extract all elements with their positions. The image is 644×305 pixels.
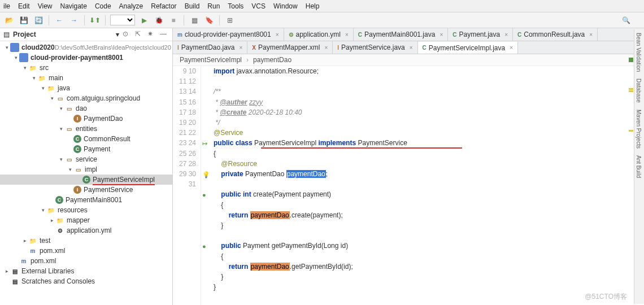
tree-node-mapper[interactable]: ▸📁mapper xyxy=(0,215,172,225)
editor-tab[interactable]: IPaymentService.java× xyxy=(333,41,417,54)
tree-node-Scratches-and-Consoles[interactable]: ▸▤Scratches and Consoles xyxy=(0,276,172,286)
menu-file[interactable]: ile xyxy=(3,2,10,10)
close-icon[interactable]: × xyxy=(345,32,349,38)
editor-tab[interactable]: ⚙application.yml× xyxy=(284,28,354,41)
tree-arrow-icon[interactable]: ▸ xyxy=(21,238,28,243)
tree-node-main[interactable]: ▾📁main xyxy=(0,73,172,83)
code-line[interactable]: }​ xyxy=(214,282,644,292)
code-line[interactable]: ​ xyxy=(214,292,644,302)
code-line[interactable]: {​ xyxy=(214,200,644,210)
refresh-icon[interactable]: 🔄 xyxy=(33,15,44,26)
menu-run[interactable]: Run xyxy=(207,2,220,10)
tree-node-PaymentServiceImpl[interactable]: ▸CPaymentServiceImpl xyxy=(0,175,172,185)
project-tree[interactable]: ▾cloud2020 D:\devSoft\JetBrains\IdeaProj… xyxy=(0,41,172,305)
tree-node-pom-xml[interactable]: ▸mpom.xml xyxy=(0,246,172,256)
run-icon[interactable]: ▶ xyxy=(138,15,150,26)
editor-tab[interactable]: CPaymentServiceImpl.java× xyxy=(418,42,518,54)
tree-arrow-icon[interactable]: ▾ xyxy=(49,95,55,101)
tree-node-com-atguigu-springcloud[interactable]: ▾▭com.atguigu.springcloud xyxy=(0,93,172,103)
override-icon[interactable]: ● xyxy=(202,190,210,198)
tree-node-application-yml[interactable]: ▸⚙application.yml xyxy=(0,225,172,236)
editor-tab[interactable]: CPaymentMain8001.java× xyxy=(354,28,449,41)
code-line[interactable]: @Resource​ xyxy=(214,159,644,169)
editor-tab[interactable]: XPaymentMapper.xml× xyxy=(247,41,333,54)
code-line[interactable]: * @create 2020-02-18 10:40​ xyxy=(214,107,644,117)
tree-node-test[interactable]: ▸📁test xyxy=(0,236,172,246)
intention-bulb-icon[interactable]: 💡 xyxy=(202,169,210,177)
tree-node-cloud2020[interactable]: ▾cloud2020 D:\devSoft\JetBrains\IdeaProj… xyxy=(0,42,172,53)
tree-arrow-icon[interactable]: ▸ xyxy=(3,268,10,274)
breadcrumb[interactable]: PaymentServiceImpl paymentDao xyxy=(173,54,644,66)
code-line[interactable]: */​ xyxy=(214,117,644,128)
code-line[interactable]: * @auther zzyy​ xyxy=(214,97,644,107)
menu-help[interactable]: Help xyxy=(306,2,320,10)
gear-icon[interactable]: ✷ xyxy=(147,30,156,39)
search-everywhere-icon[interactable]: 🔍 xyxy=(622,16,630,24)
tree-node-dao[interactable]: ▾▭dao xyxy=(0,103,172,114)
close-icon[interactable]: × xyxy=(240,45,243,51)
code-line[interactable]: }​ xyxy=(214,220,644,230)
tree-node-PaymentMain8001[interactable]: ▸CPaymentMain8001 xyxy=(0,195,172,205)
run-config-combo[interactable] xyxy=(110,15,135,25)
chevron-down-icon[interactable]: ▾ xyxy=(116,30,119,38)
save-icon[interactable]: 💾 xyxy=(18,15,29,26)
close-icon[interactable]: × xyxy=(410,45,413,51)
editor-tab[interactable]: CCommonResult.java× xyxy=(513,28,598,41)
menu-build[interactable]: Build xyxy=(185,2,200,10)
tree-node-resources[interactable]: ▾📁resources xyxy=(0,205,172,215)
menu-navigate[interactable]: Navigate xyxy=(60,2,87,10)
tree-arrow-icon[interactable]: ▾ xyxy=(40,85,46,91)
tree-arrow-icon[interactable]: ▾ xyxy=(12,55,19,60)
menu-edit[interactable]: Edit xyxy=(18,2,30,10)
code-line[interactable]: ​ xyxy=(214,179,644,189)
code-line[interactable]: ​ xyxy=(214,76,644,86)
code-line[interactable]: }​ xyxy=(214,272,644,282)
close-icon[interactable]: × xyxy=(589,32,593,38)
override-icon[interactable]: ● xyxy=(202,241,210,249)
tree-arrow-icon[interactable]: ▾ xyxy=(58,126,64,132)
code-line[interactable]: private PaymentDao paymentDao;​ xyxy=(214,169,644,179)
code-editor[interactable]: 9 10 11 12 13 14 15 16 17 18 19 20 21 22… xyxy=(173,66,644,305)
tree-node-java[interactable]: ▾📁java xyxy=(0,83,172,93)
tree-node-PaymentDao[interactable]: ▸IPaymentDao xyxy=(0,114,172,124)
code-line[interactable]: /**​ xyxy=(214,86,644,97)
structure-icon[interactable]: ⊞ xyxy=(224,15,236,26)
breadcrumb-class[interactable]: PaymentServiceImpl xyxy=(180,56,249,64)
code-line[interactable]: public Payment getPaymentById(Long id)​ xyxy=(214,241,644,251)
tree-node-impl[interactable]: ▾▭impl xyxy=(0,164,172,175)
tree-node-service[interactable]: ▾▭service xyxy=(0,154,172,164)
tree-node-PaymentService[interactable]: ▸IPaymentService xyxy=(0,185,172,195)
collapse-icon[interactable]: ⇱ xyxy=(135,30,144,39)
code-line[interactable]: return paymentDao.create(payment);​ xyxy=(214,210,644,220)
close-icon[interactable]: × xyxy=(504,32,508,38)
back-icon[interactable]: ← xyxy=(54,15,65,26)
menu-refactor[interactable]: Refactor xyxy=(151,2,176,10)
menu-code[interactable]: Code xyxy=(95,2,111,10)
code-line[interactable]: ​ xyxy=(214,230,644,241)
implements-icon[interactable]: ↦ xyxy=(202,138,210,146)
code-line[interactable]: {​ xyxy=(214,149,644,159)
tree-arrow-icon[interactable]: ▸ xyxy=(49,217,55,223)
tree-arrow-icon[interactable]: ▾ xyxy=(67,167,73,172)
bookmark-icon[interactable]: 🔖 xyxy=(203,15,215,26)
editor-tab[interactable]: mcloud-provider-payment8001× xyxy=(173,28,284,41)
tree-arrow-icon[interactable]: ▾ xyxy=(31,75,37,81)
close-icon[interactable]: × xyxy=(440,32,443,38)
menu-vcs[interactable]: VCS xyxy=(251,2,266,10)
breadcrumb-member[interactable]: paymentDao xyxy=(253,56,296,64)
tree-arrow-icon[interactable]: ▾ xyxy=(3,45,10,50)
tree-arrow-icon[interactable]: ▾ xyxy=(21,65,28,71)
hide-icon[interactable]: — xyxy=(160,30,169,39)
tree-node-External-Libraries[interactable]: ▸▤External Libraries xyxy=(0,266,172,276)
debug-icon[interactable]: 🐞 xyxy=(153,15,164,26)
tree-arrow-icon[interactable]: ▾ xyxy=(58,106,64,111)
project-view-icon[interactable]: ▤ xyxy=(3,30,10,38)
menu-window[interactable]: Window xyxy=(273,2,298,10)
tree-node-src[interactable]: ▾📁src xyxy=(0,63,172,73)
code-line[interactable]: public class PaymentServiceImpl implemen… xyxy=(214,138,644,148)
code-content[interactable]: import javax.annotation.Resource;​​/**​ … xyxy=(211,66,644,305)
tree-node-entities[interactable]: ▾▭entities xyxy=(0,124,172,134)
layout-icon[interactable]: ▦ xyxy=(189,15,200,26)
code-line[interactable]: import javax.annotation.Resource;​ xyxy=(214,66,644,76)
editor-tab[interactable]: CPayment.java× xyxy=(448,28,513,41)
